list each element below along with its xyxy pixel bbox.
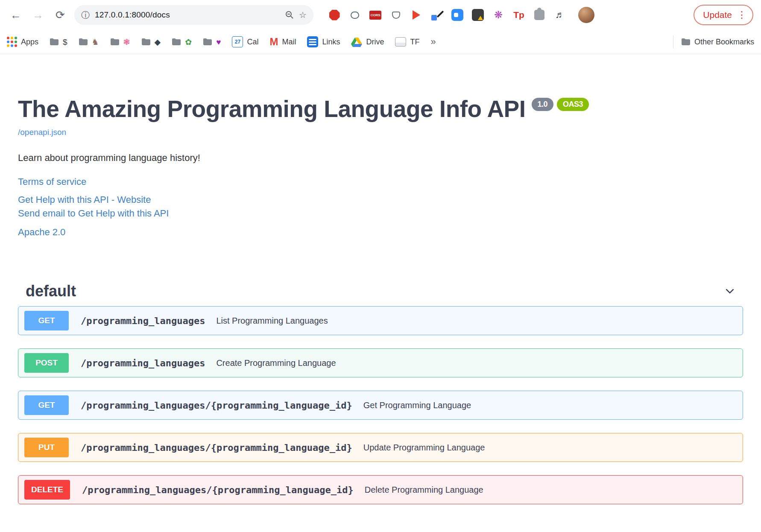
endpoint-path: /programming_languages bbox=[81, 316, 205, 326]
pocket-extension-icon[interactable] bbox=[389, 9, 402, 21]
bookmarks-bar: Apps $ ♞ ❃ ◆ ✿ ♥ 27 Cal M Mail Links bbox=[0, 30, 761, 54]
bubble-shape bbox=[351, 12, 359, 19]
cors-extension-icon[interactable]: CORS bbox=[369, 9, 382, 21]
apps-shortcut[interactable]: Apps bbox=[7, 37, 38, 47]
back-icon[interactable]: ← bbox=[8, 7, 24, 23]
music-queue-extension-icon[interactable]: ♬ bbox=[553, 9, 566, 21]
endpoint-path: /programming_languages/{programming_lang… bbox=[81, 442, 352, 453]
links-icon bbox=[307, 36, 318, 47]
arrow-shape bbox=[413, 10, 420, 20]
bookmark-folder-plants[interactable]: ✿ bbox=[172, 38, 192, 46]
update-label: Update bbox=[703, 10, 732, 20]
red-arrow-extension-icon[interactable] bbox=[410, 9, 423, 21]
apps-grid-icon bbox=[7, 37, 17, 47]
calendar-icon: 27 bbox=[232, 36, 243, 47]
zoom-camera-extension-icon[interactable] bbox=[451, 9, 464, 21]
folder-icon bbox=[110, 38, 120, 46]
profile-avatar[interactable] bbox=[578, 7, 594, 23]
apps-label: Apps bbox=[21, 38, 38, 47]
bookmark-folder-heart[interactable]: ♥ bbox=[203, 38, 221, 46]
endpoint-path: /programming_languages/{programming_lang… bbox=[81, 400, 352, 411]
address-bar[interactable]: ⓘ 127.0.0.1:8000/docs ☆ bbox=[74, 5, 313, 25]
bookmark-folder-finance[interactable]: $ bbox=[50, 38, 67, 46]
eyedropper-extension-icon[interactable] bbox=[430, 9, 443, 21]
puzzle-shape bbox=[534, 10, 544, 20]
method-badge: DELETE bbox=[24, 480, 70, 500]
purple-flower-extension-icon[interactable]: ❋ bbox=[492, 9, 505, 21]
dark-warning-extension-icon[interactable] bbox=[471, 9, 484, 21]
flower-glyph: ❋ bbox=[494, 10, 503, 20]
swagger-page: The Amazing Programming Language Info AP… bbox=[0, 54, 761, 504]
endpoint-summary: Delete Programming Language bbox=[365, 485, 483, 495]
endpoint-summary: List Programming Languages bbox=[216, 316, 328, 326]
method-badge: GET bbox=[24, 311, 69, 330]
drive-label: Drive bbox=[366, 38, 384, 47]
drive-icon bbox=[351, 37, 362, 47]
bookmark-drive[interactable]: Drive bbox=[351, 37, 384, 47]
endpoint-summary: Update Programming Language bbox=[363, 443, 485, 453]
chrome-update-button[interactable]: Update ⋮ bbox=[694, 5, 753, 25]
endpoint-list: GET /programming_languages List Programm… bbox=[18, 306, 743, 504]
endpoint-row-get-one[interactable]: GET /programming_languages/{programming_… bbox=[18, 391, 743, 420]
page-title: The Amazing Programming Language Info AP… bbox=[18, 95, 526, 123]
bookmark-star-icon[interactable]: ☆ bbox=[299, 11, 307, 19]
folder-icon bbox=[172, 38, 181, 46]
speech-bubble-extension-icon[interactable] bbox=[348, 9, 361, 21]
bookmark-folder-horse[interactable]: ♞ bbox=[79, 38, 99, 46]
tf-icon bbox=[395, 37, 406, 47]
title-badges: 1.0 OAS3 bbox=[532, 98, 589, 111]
zoom-out-icon[interactable] bbox=[285, 11, 294, 19]
stop-hand-extension-icon[interactable] bbox=[328, 9, 341, 21]
bookmark-tf[interactable]: TF bbox=[395, 37, 419, 47]
endpoint-row-post-create[interactable]: POST /programming_languages Create Progr… bbox=[18, 348, 743, 377]
tp-extension-icon[interactable]: Tp bbox=[512, 9, 525, 21]
reload-icon[interactable]: ⟳ bbox=[52, 7, 68, 23]
method-badge: GET bbox=[24, 395, 69, 415]
api-title-row: The Amazing Programming Language Info AP… bbox=[18, 95, 743, 123]
browser-toolbar: ← → ⟳ ⓘ 127.0.0.1:8000/docs ☆ CORS ❋ Tp … bbox=[0, 0, 761, 30]
endpoint-row-put-update[interactable]: PUT /programming_languages/{programming_… bbox=[18, 433, 743, 462]
folder-icon bbox=[141, 38, 151, 46]
folder-icon bbox=[50, 38, 59, 46]
bookmark-gmail[interactable]: M Mail bbox=[269, 37, 296, 47]
tp-label: Tp bbox=[513, 10, 524, 20]
bookmark-folder-brain[interactable]: ❃ bbox=[110, 38, 130, 46]
help-email-link[interactable]: Send email to Get Help with this API bbox=[18, 208, 169, 219]
endpoint-summary: Create Programming Language bbox=[216, 358, 336, 368]
endpoint-path: /programming_languages bbox=[81, 358, 205, 368]
endpoint-row-delete[interactable]: DELETE /programming_languages/{programmi… bbox=[18, 475, 743, 504]
method-badge: PUT bbox=[24, 438, 69, 457]
folder-icon bbox=[681, 38, 691, 46]
bookmark-calendar[interactable]: 27 Cal bbox=[232, 36, 258, 47]
music-glyph: ♬ bbox=[555, 10, 565, 20]
bookmark-links[interactable]: Links bbox=[307, 36, 340, 47]
page-info-icon[interactable]: ⓘ bbox=[81, 11, 90, 19]
folder-icon bbox=[203, 38, 212, 46]
cors-badge: CORS bbox=[369, 11, 381, 20]
overflow-menu-icon[interactable]: ⋮ bbox=[737, 9, 746, 20]
openapi-json-link[interactable]: /openapi.json bbox=[18, 128, 66, 137]
help-website-link[interactable]: Get Help with this API - Website bbox=[18, 194, 151, 205]
links-label: Links bbox=[322, 38, 340, 47]
method-badge: POST bbox=[24, 353, 69, 373]
other-bookmarks[interactable]: Other Bookmarks bbox=[681, 38, 754, 47]
bookmarks-overflow-icon[interactable]: » bbox=[430, 36, 436, 47]
section-title: default bbox=[26, 282, 76, 300]
puzzle-extension-icon[interactable] bbox=[533, 9, 546, 21]
license-link[interactable]: Apache 2.0 bbox=[18, 227, 65, 238]
other-bookmarks-label: Other Bookmarks bbox=[694, 38, 754, 47]
folder-emoji-label: ❃ bbox=[123, 38, 130, 46]
folder-emoji-label: ♞ bbox=[92, 38, 99, 46]
url-text[interactable]: 127.0.0.1:8000/docs bbox=[95, 10, 280, 20]
terms-of-service-link[interactable]: Terms of service bbox=[18, 176, 86, 187]
api-description: Learn about programming language history… bbox=[18, 152, 743, 164]
folder-emoji-label: $ bbox=[63, 38, 67, 46]
chevron-down-icon[interactable] bbox=[724, 286, 735, 297]
bookmark-folder-school[interactable]: ◆ bbox=[141, 38, 161, 46]
endpoint-row-get-list[interactable]: GET /programming_languages List Programm… bbox=[18, 306, 743, 335]
default-section-header[interactable]: default bbox=[18, 282, 743, 306]
folder-emoji-label: ✿ bbox=[185, 38, 192, 46]
info-links: Terms of service Get Help with this API … bbox=[18, 176, 743, 238]
forward-icon[interactable]: → bbox=[30, 7, 46, 23]
camera-shape bbox=[451, 9, 463, 21]
